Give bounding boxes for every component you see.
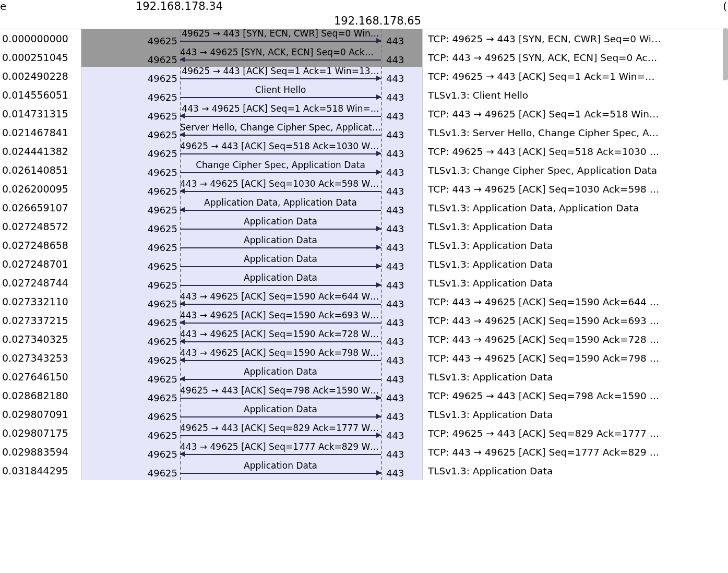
flow-row[interactable]: 0.02734325349625443443 → 49625 [ACK] Seq… (0, 349, 728, 367)
flow-arrow[interactable]: 443 → 49625 [ACK] Seq=1590 Ack=693 Wi… (180, 311, 381, 330)
flow-row[interactable]: 0.02724874449625443Application DataTLSv1… (0, 273, 728, 292)
flow-row[interactable]: 0.02620009549625443443 → 49625 [ACK] Seq… (0, 180, 728, 198)
packet-comment: TLSv1.3: Client Hello (428, 90, 725, 101)
flow-arrow[interactable]: Change Cipher Spec, Application Data (180, 161, 381, 180)
packet-comment: TCP: 443 → 49625 [ACK] Seq=1777 Ack=829 … (428, 447, 725, 458)
host-b-label[interactable]: 192.168.178.65 (334, 15, 421, 27)
packet-comment: TCP: 49625 → 443 [ACK] Seq=829 Ack=1777 … (428, 428, 725, 439)
flow-row[interactable]: 0.0024902284962544349625 → 443 [ACK] Seq… (0, 67, 728, 86)
arrow-right-icon (376, 414, 381, 419)
flow-arrow[interactable]: 443 → 49625 [SYN, ACK, ECN] Seq=0 Ack=… (180, 48, 381, 67)
flow-arrow[interactable]: 443 → 49625 [ACK] Seq=1030 Ack=598 Wi… (180, 180, 381, 198)
flow-row[interactable]: 0.0000000004962544349625 → 443 [SYN, ECN… (0, 29, 728, 48)
arrow-line (180, 454, 381, 455)
time-value: 0.000000000 (0, 33, 81, 44)
flow-row[interactable]: 0.02665910749625443Application Data, App… (0, 198, 728, 217)
flow-arrow[interactable]: 49625 → 443 [ACK] Seq=798 Ack=1590 Wi… (180, 386, 381, 405)
arrow-label: 49625 → 443 [ACK] Seq=829 Ack=1777 Wi… (180, 423, 381, 433)
flow-arrow[interactable]: 443 → 49625 [ACK] Seq=1 Ack=518 Win=… (180, 104, 381, 123)
dest-port: 443 (386, 205, 412, 216)
flow-arrow[interactable]: Application Data (180, 367, 381, 386)
flow-arrow[interactable]: Application Data (180, 405, 381, 424)
flow-diagram-area[interactable]: 0.0000000004962544349625 → 443 [SYN, ECN… (0, 29, 728, 480)
flow-row[interactable]: 0.01473131549625443443 → 49625 [ACK] Seq… (0, 104, 728, 123)
arrow-left-icon (180, 113, 185, 118)
flow-row[interactable]: 0.00025104549625443443 → 49625 [SYN, ACK… (0, 48, 728, 67)
flow-row[interactable]: 0.0298071754962544349625 → 443 [ACK] Seq… (0, 424, 728, 443)
flow-row[interactable]: 0.02733721549625443443 → 49625 [ACK] Seq… (0, 311, 728, 330)
arrow-right-icon (376, 264, 381, 269)
flow-arrow[interactable]: 49625 → 443 [ACK] Seq=829 Ack=1777 Wi… (180, 424, 381, 443)
arrow-right-icon (376, 226, 381, 231)
arrow-right-icon (376, 470, 381, 475)
source-port: 49625 (146, 449, 177, 460)
arrow-label: 443 → 49625 [ACK] Seq=1590 Ack=728 Wi… (180, 329, 381, 339)
flow-arrow[interactable]: Application Data, Application Data (180, 198, 381, 217)
flow-arrow[interactable]: Application Data (180, 217, 381, 236)
arrow-line (180, 341, 381, 342)
flow-arrow[interactable]: Application Data (180, 273, 381, 292)
dest-port: 443 (386, 35, 412, 46)
arrow-left-icon (180, 301, 185, 306)
dest-port: 443 (386, 148, 412, 159)
dest-port: 443 (386, 242, 412, 253)
arrow-line (180, 229, 381, 230)
flow-arrow[interactable]: 443 → 49625 [ACK] Seq=1777 Ack=829 Wi… (180, 443, 381, 461)
flow-arrow[interactable]: 443 → 49625 [ACK] Seq=1590 Ack=644 Wi… (180, 292, 381, 311)
flow-row[interactable]: 0.02614085149625443Change Cipher Spec, A… (0, 161, 728, 180)
flow-arrow[interactable]: Application Data (180, 236, 381, 255)
arrow-left-icon (180, 357, 185, 363)
arrow-label: Application Data (180, 235, 381, 245)
flow-row[interactable]: 0.03184429549625443Application DataTLSv1… (0, 461, 728, 480)
flow-row[interactable]: 0.01455605149625443Client HelloTLSv1.3: … (0, 86, 728, 104)
packet-comment: TCP: 443 → 49625 [ACK] Seq=1590 Ack=644 … (428, 296, 725, 307)
flow-row[interactable]: 0.02764615049625443Application DataTLSv1… (0, 367, 728, 386)
arrow-label: Server Hello, Change Cipher Spec, Applic… (180, 122, 381, 133)
source-port: 49625 (146, 73, 177, 84)
arrow-right-icon (376, 395, 381, 400)
flow-arrow[interactable]: 443 → 49625 [ACK] Seq=1590 Ack=728 Wi… (180, 330, 381, 349)
flow-row[interactable]: 0.0286821804962544349625 → 443 [ACK] Seq… (0, 386, 728, 405)
flow-row[interactable]: 0.02734032549625443443 → 49625 [ACK] Seq… (0, 330, 728, 349)
packet-comment: TLSv1.3: Application Data (428, 465, 725, 476)
arrow-line (180, 172, 381, 173)
dest-port: 443 (386, 186, 412, 197)
flow-arrow[interactable]: 49625 → 443 [SYN, ECN, CWR] Seq=0 Win… (180, 29, 381, 48)
flow-row[interactable]: 0.0244413824962544349625 → 443 [ACK] Seq… (0, 142, 728, 161)
host-a-label[interactable]: 192.168.178.34 (136, 0, 223, 13)
arrow-line (180, 153, 381, 154)
source-port: 49625 (146, 242, 177, 253)
arrow-left-icon (180, 57, 185, 62)
flow-arrow[interactable]: 443 → 49625 [ACK] Seq=1590 Ack=798 Wi… (180, 349, 381, 367)
source-port: 49625 (146, 111, 177, 122)
arrow-line (180, 266, 381, 267)
time-value: 0.027337215 (0, 315, 81, 326)
arrow-line (180, 360, 381, 361)
arrow-label: Application Data, Application Data (180, 197, 381, 208)
dest-port: 443 (386, 54, 412, 65)
source-port: 49625 (146, 299, 177, 309)
flow-row[interactable]: 0.02724857249625443Application DataTLSv1… (0, 217, 728, 236)
arrow-right-icon (376, 151, 381, 156)
flow-row[interactable]: 0.02980709149625443Application DataTLSv1… (0, 405, 728, 424)
flow-row[interactable]: 0.02146784149625443Server Hello, Change … (0, 123, 728, 142)
dest-port: 443 (386, 223, 412, 234)
source-port: 49625 (146, 411, 177, 422)
arrow-label: Application Data (180, 254, 381, 264)
flow-row[interactable]: 0.02988359449625443443 → 49625 [ACK] Seq… (0, 443, 728, 461)
flow-row[interactable]: 0.02724865849625443Application DataTLSv1… (0, 236, 728, 255)
packet-comment: TCP: 443 → 49625 [ACK] Seq=1590 Ack=693 … (428, 315, 725, 326)
source-port: 49625 (146, 129, 177, 140)
flow-arrow[interactable]: Server Hello, Change Cipher Spec, Applic… (180, 123, 381, 142)
flow-row[interactable]: 0.02724870149625443Application DataTLSv1… (0, 255, 728, 273)
packet-comment: TCP: 443 → 49625 [ACK] Seq=1 Ack=518 Win… (428, 109, 725, 120)
source-port: 49625 (146, 205, 177, 216)
arrow-left-icon (180, 207, 185, 212)
flow-row[interactable]: 0.02733211049625443443 → 49625 [ACK] Seq… (0, 292, 728, 311)
flow-arrow[interactable]: 49625 → 443 [ACK] Seq=1 Ack=1 Win=13… (180, 67, 381, 86)
flow-arrow[interactable]: 49625 → 443 [ACK] Seq=518 Ack=1030 Wi… (180, 142, 381, 161)
flow-arrow[interactable]: Application Data (180, 461, 381, 480)
flow-arrow[interactable]: Client Hello (180, 86, 381, 104)
flow-arrow[interactable]: Application Data (180, 255, 381, 273)
arrow-left-icon (180, 376, 185, 381)
